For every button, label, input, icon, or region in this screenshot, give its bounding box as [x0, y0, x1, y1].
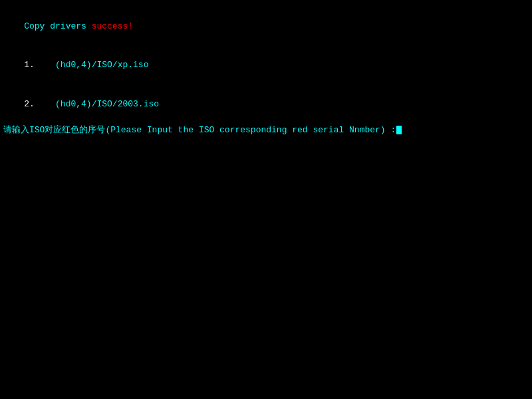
output-line-2: 1. (hd0,4)/ISO/xp.iso [3, 46, 529, 85]
prompt-text: 请输入ISO对应红色的序号(Please Input the ISO corre… [3, 124, 396, 137]
output-line-1: Copy drivers success! [3, 7, 529, 46]
output-line-3: 2. (hd0,4)/ISO/2003.iso [3, 84, 529, 124]
input-prompt-line[interactable]: 请输入ISO对应红色的序号(Please Input the ISO corre… [3, 124, 529, 137]
iso-path-1: (hd0,4)/ISO/xp.iso [35, 60, 149, 70]
terminal-cursor [396, 126, 402, 134]
item-number-1: 1. [24, 60, 35, 70]
item-number-2: 2. [24, 99, 35, 109]
success-text: success! [92, 21, 133, 31]
iso-path-2: (hd0,4)/ISO/2003.iso [35, 99, 159, 109]
terminal-window: Copy drivers success! 1. (hd0,4)/ISO/xp.… [0, 0, 532, 399]
copy-drivers-text: Copy drivers [24, 21, 91, 31]
